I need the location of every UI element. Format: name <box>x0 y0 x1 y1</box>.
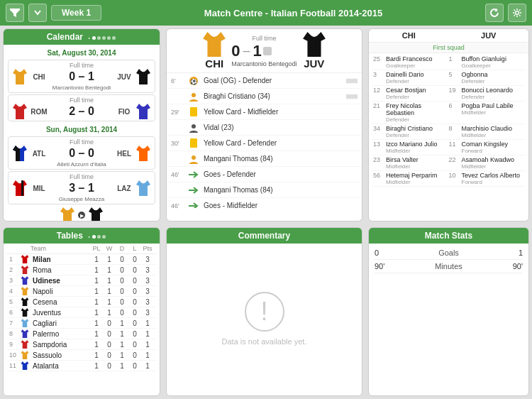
stats-header: Match Stats <box>369 228 528 244</box>
top-bar: Week 1 Match Centre - Italian Football 2… <box>0 0 532 26</box>
match-score-area: CHI Full time 0 – 1 Marcantonio Bentegod… <box>167 29 362 73</box>
squad-row: 23Birsa ValterMidfielder 22Asamoah Kwadw… <box>372 155 526 171</box>
svg-rect-2 <box>21 180 23 196</box>
table-row[interactable]: 6 Juventus 1 1 0 0 3 <box>6 307 157 318</box>
chi-shirt-1 <box>13 69 27 84</box>
cal-more-row: ▶ <box>8 206 155 222</box>
stats-row-minutes: 90' Minutes 90' <box>375 260 523 273</box>
cal-date-1: Sat, August 30, 2014 <box>8 46 155 58</box>
commentary-empty-message: Data is not available yet. <box>222 337 307 346</box>
table-header: Team PL W D L Pts <box>6 244 157 254</box>
commentary-panel: Commentary ! Data is not available yet. <box>166 227 362 396</box>
svg-point-14 <box>192 124 196 129</box>
table-row[interactable]: 9 Sampdoria 1 0 1 0 1 <box>6 339 157 350</box>
table-row[interactable]: 8 Palermo 1 0 1 0 1 <box>6 329 157 339</box>
tables-content: Team PL W D L Pts 1 Milan 1 1 0 0 3 2 Ro… <box>4 244 160 371</box>
table-shirt <box>19 351 31 359</box>
arrow-right-icon-2 <box>187 187 201 194</box>
event-row: Biraghi Cristiano (34) <box>167 89 362 104</box>
svg-rect-13 <box>190 107 197 116</box>
event-row: 6' ⚽ Goal (OG) - Defender <box>167 73 362 89</box>
week-selector[interactable]: Week 1 <box>51 5 101 21</box>
table-row[interactable]: 10 Sassuolo 1 0 1 0 1 <box>6 350 157 361</box>
table-row[interactable]: 1 Milan 1 1 0 0 3 <box>6 254 157 265</box>
svg-point-16 <box>192 155 196 160</box>
match-away-team: JUV <box>303 32 326 70</box>
tables-panel: Tables • Team PL W D L Pts 1 Milan 1 1 0… <box>3 227 160 396</box>
match-juv-shirt <box>303 32 326 57</box>
stats-row-goals: 0 Goals 1 <box>375 246 523 260</box>
event-row: Mangani Thomas (84) <box>167 182 362 198</box>
match-result-icon <box>263 47 272 55</box>
fio-shirt <box>136 104 150 119</box>
player-icon <box>187 123 201 133</box>
svg-rect-15 <box>190 138 197 148</box>
cal-match-3[interactable]: Full time ATL 0 – 0 HEL Atleti Azzurri d… <box>8 136 155 170</box>
stats-panel: Match Stats 0 Goals 1 90' Minutes 90' <box>368 227 529 396</box>
svg-rect-8 <box>346 78 352 83</box>
table-row[interactable]: 7 Cagliari 1 0 1 0 1 <box>6 318 157 329</box>
chevron-down-icon[interactable] <box>28 4 47 22</box>
player-icon <box>187 92 201 102</box>
match-panel: CHI Full time 0 – 1 Marcantonio Bentegod… <box>166 28 362 222</box>
event-row: 30' Yellow Card - Defender <box>167 136 362 151</box>
table-shirt <box>19 287 31 295</box>
yellow-card-icon-2 <box>187 138 201 148</box>
squad-row: 21Frey Nicolas SebastienDefender 6Pogba … <box>372 102 526 124</box>
table-shirt <box>19 361 31 370</box>
table-shirt <box>19 255 31 263</box>
squad-row: 25Bardi FrancescoGoalkeeper 1Buffon Gian… <box>372 55 526 70</box>
svg-point-0 <box>516 11 519 15</box>
squad-row: 34Biraghi CristianoDefender 8Marchisio C… <box>372 124 526 140</box>
svg-rect-5 <box>263 47 272 55</box>
match-chi-shirt <box>203 32 226 57</box>
table-row[interactable]: 2 Roma 1 1 0 0 3 <box>6 265 157 275</box>
cal-match-4[interactable]: Full time MIL 3 – 1 LAZ Giuseppe Meazza <box>8 171 155 204</box>
event-row: Mangani Thomas (84) <box>167 151 362 167</box>
table-shirt <box>19 276 31 285</box>
table-shirt <box>19 297 31 306</box>
svg-text:⚽: ⚽ <box>190 78 197 85</box>
commentary-header: Commentary <box>167 228 362 244</box>
warning-icon: ! <box>245 292 284 332</box>
table-shirt <box>19 308 31 317</box>
refresh-icon[interactable] <box>485 4 504 22</box>
squad-list: 25Bardi FrancescoGoalkeeper 1Buffon Gian… <box>369 53 528 188</box>
table-rows: 1 Milan 1 1 0 0 3 2 Roma 1 1 0 0 3 3 Udi… <box>6 254 157 371</box>
squad-row: 12Cesar BostjanDefender 19Bonucci Leonar… <box>372 86 526 102</box>
svg-rect-11 <box>346 94 352 99</box>
filter-icon[interactable] <box>6 4 24 22</box>
svg-rect-9 <box>352 78 358 83</box>
events-list: 6' ⚽ Goal (OG) - Defender Biraghi Cristi… <box>167 73 362 208</box>
cal-date-2: Sun, August 31, 2014 <box>8 123 155 135</box>
event-row: Vidal (23) <box>167 120 362 136</box>
svg-rect-12 <box>352 94 358 99</box>
match-score-display: Full time 0 – 1 Marcantonio Bentegodi <box>231 35 297 67</box>
settings-icon[interactable] <box>508 4 526 22</box>
mil-shirt <box>13 180 27 196</box>
atl-shirt <box>13 146 27 161</box>
table-shirt <box>19 340 31 349</box>
event-row: 46' Goes - Midfielder <box>167 198 362 208</box>
rom-shirt <box>13 104 27 119</box>
calendar-panel: Calendar • Sat, August 30, 2014 Full tim… <box>3 28 160 222</box>
table-row[interactable]: 11 Atalanta 1 0 1 0 1 <box>6 361 157 371</box>
table-shirt <box>19 319 31 327</box>
event-row: 46' Goes - Defender <box>167 167 362 182</box>
table-row[interactable]: 4 Napoli 1 1 0 0 3 <box>6 286 157 297</box>
table-row[interactable]: 5 Cesena 1 1 0 0 3 <box>6 297 157 307</box>
arrow-right-icon <box>187 171 201 178</box>
tables-header: Tables • <box>4 228 160 244</box>
juv-shirt-1 <box>136 69 150 84</box>
event-row: 29' Yellow Card - Midfielder <box>167 104 362 120</box>
svg-point-10 <box>192 93 196 97</box>
squad-first-label: First squad <box>369 43 528 53</box>
squad-panel: CHI JUV First squad 25Bardi FrancescoGoa… <box>368 28 529 222</box>
table-row[interactable]: 3 Udinese 1 1 0 0 3 <box>6 275 157 286</box>
yellow-card-icon <box>187 107 201 116</box>
match-home-team: CHI <box>203 32 226 70</box>
cal-match-1[interactable]: Full time CHI 0 – 1 JUV Marcantonio Bent… <box>8 60 155 93</box>
squad-row: 3Dainelli DarioDefender 5OgbonnaDefender <box>372 70 526 86</box>
cal-match-2[interactable]: Full time ROM 2 – 0 FIO <box>8 94 155 121</box>
arrow-right-icon-3 <box>187 202 201 209</box>
